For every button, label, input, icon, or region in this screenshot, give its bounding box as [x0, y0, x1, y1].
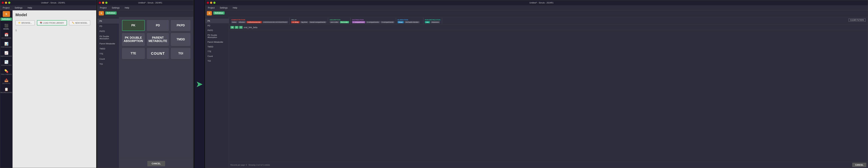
- model-card-pd[interactable]: PD: [147, 20, 169, 31]
- clear-filters-button[interactable]: CLEAR FILTERS: [848, 19, 866, 22]
- menu-settings-3[interactable]: Settings: [219, 6, 228, 9]
- search-input-w3[interactable]: [244, 26, 866, 29]
- menu-settings-1[interactable]: Settings: [13, 6, 24, 9]
- chip-oral-extravascular[interactable]: oral/extravascular: [247, 21, 262, 23]
- w3-sidebar-pkpd[interactable]: PKPD: [205, 28, 229, 33]
- window-1: Untitled* - Simuls - 2024R1 Project Sett…: [0, 0, 96, 168]
- chip-1-compartment[interactable]: 1 compartment: [352, 21, 365, 23]
- w2-sidebar-parent[interactable]: Parent Metabolite: [97, 41, 119, 46]
- w2-sidebar-tgi[interactable]: TGI: [97, 62, 119, 67]
- w3-sidebar-tte[interactable]: TTE: [205, 49, 229, 54]
- def-tab-3[interactable]: Definition: [213, 11, 225, 14]
- sidebar-item-regressors[interactable]: 📋 REGRESSORS: [0, 86, 12, 95]
- sidebar-item-indiv-params[interactable]: 📈 INDIV.PARAMS: [0, 49, 12, 59]
- minimize-btn-2[interactable]: [102, 2, 104, 4]
- regressors-icon: 📋: [4, 87, 8, 91]
- chip-3-compartments[interactable]: 3 compartments: [381, 21, 395, 23]
- model-card-count[interactable]: COUNT: [147, 48, 169, 59]
- chip-bolus[interactable]: bolus: [231, 21, 237, 23]
- chip-2-compartments[interactable]: 2 compartments: [366, 21, 380, 23]
- sidebar-item-occasions[interactable]: 📅 OCCASIONS: [0, 31, 12, 40]
- w3-sidebar-count[interactable]: Count: [205, 54, 229, 59]
- model-card-tte[interactable]: TTE: [122, 48, 145, 59]
- def-tab-2[interactable]: Definition: [105, 11, 117, 14]
- w3-sidebar-pk[interactable]: PK: [205, 19, 229, 23]
- w3-sidebar-tmdd[interactable]: TMDD: [205, 44, 229, 49]
- sidebar-item-covariates[interactable]: 📉 COVARIATES: [0, 59, 12, 68]
- chip-lag-time[interactable]: lag time: [300, 21, 308, 23]
- chip-michaelis[interactable]: Michaelis-Menten: [404, 21, 420, 23]
- outputs-icon: 📤: [4, 78, 8, 82]
- menu-help-2[interactable]: Help: [124, 6, 130, 9]
- chip-rate[interactable]: rate: [425, 21, 430, 23]
- load-from-library-button[interactable]: 📚 LOAD FROM LIBRARY: [37, 20, 67, 26]
- search-tag-d: D: [235, 26, 238, 29]
- menu-project-2[interactable]: Project: [99, 6, 108, 9]
- sidebar-label-indiv-params: INDIV.PARAMS: [1, 55, 12, 57]
- parametrization-label: Parametrization: [425, 19, 440, 21]
- sidebar-logo-3[interactable]: S: [207, 11, 212, 15]
- chip-zero-order[interactable]: zero order: [330, 21, 339, 23]
- chip-first-order[interactable]: first order: [340, 21, 349, 23]
- new-model-button[interactable]: ✏️ NEW MODEL: [69, 20, 90, 25]
- w3-table-area: [229, 30, 868, 162]
- w3-sidebar-parent[interactable]: Parent Metabolite: [205, 40, 229, 44]
- w3-sidebar-pd[interactable]: PD: [205, 23, 229, 28]
- close-btn-1[interactable]: [2, 2, 4, 4]
- maximize-btn-3[interactable]: [213, 2, 216, 4]
- model-title: Model: [12, 10, 96, 19]
- sidebar-item-outputs[interactable]: 📤 OUTPUTS: [0, 77, 12, 86]
- model-card-tgi[interactable]: TGI: [171, 48, 190, 59]
- chip-infusion[interactable]: infusion: [238, 21, 246, 23]
- w2-sidebar-pk-double[interactable]: PK Double Absorption: [97, 34, 119, 41]
- minimize-btn-3[interactable]: [210, 2, 212, 4]
- titlebar-title-2: Untitled* - Simuls - 2024R1: [108, 2, 192, 4]
- model-card-tmdd[interactable]: TMDD: [171, 33, 190, 46]
- model-card-parent-metabolite[interactable]: PARENT METABOLITE: [147, 33, 169, 46]
- sidebar-label-regressors: REGRESSORS: [1, 92, 12, 94]
- w2-sidebar-pd[interactable]: PD: [97, 24, 119, 29]
- chip-no-delay[interactable]: no delay: [291, 21, 300, 23]
- chip-oral-bolus[interactable]: oral/extravascular and bolus/infusion: [262, 21, 288, 23]
- w2-sidebar-tte[interactable]: TTE: [97, 51, 119, 56]
- filter-administration: Administration bolus infusion oral/extra…: [230, 18, 290, 24]
- search-tag-o: O: [239, 26, 243, 29]
- w2-sidebar-count[interactable]: Count: [97, 56, 119, 62]
- w2-sidebar-pk[interactable]: PK: [97, 19, 119, 24]
- w2-sidebar-pkpd[interactable]: PKPD: [97, 29, 119, 34]
- menu-settings-2[interactable]: Settings: [111, 6, 121, 9]
- w2-sidebar-tmdd[interactable]: TMDD: [97, 46, 119, 51]
- model-card-pk[interactable]: PK: [122, 20, 145, 31]
- records-value: 5: [246, 164, 247, 166]
- cancel-button-w3[interactable]: CANCEL: [852, 163, 866, 167]
- def-tab-1[interactable]: Definition: [1, 18, 12, 21]
- model-card-pkpd[interactable]: PKPD: [171, 20, 190, 31]
- cancel-button-w2[interactable]: CANCEL: [147, 161, 165, 166]
- menu-help-1[interactable]: Help: [27, 6, 33, 9]
- model-card-pk-double[interactable]: PK DOUBLE ABSORPTION: [122, 33, 145, 46]
- menu-project-1[interactable]: Project: [2, 6, 10, 9]
- delay-chips: no delay lag time transit compartments: [291, 21, 327, 23]
- sidebar-item-model[interactable]: ⬛ MODEL: [0, 22, 12, 31]
- menu-project-3[interactable]: Project: [207, 6, 216, 9]
- sidebar-item-pop-params[interactable]: 📊 POP.PARAMS: [0, 40, 12, 49]
- close-btn-3[interactable]: [207, 2, 209, 4]
- maximize-btn-1[interactable]: [8, 2, 10, 4]
- sidebar-logo-1[interactable]: S: [3, 11, 10, 17]
- titlebar-title-3: Untitled* - Simuls - 2024R1: [217, 2, 866, 4]
- chip-clearance[interactable]: clearance: [431, 21, 440, 23]
- chip-transit[interactable]: transit compartments: [309, 21, 327, 23]
- minimize-btn-1[interactable]: [5, 2, 7, 4]
- w3-sidebar-pk-double[interactable]: PK Double Absorption: [205, 33, 229, 40]
- maximize-btn-2[interactable]: [105, 2, 107, 4]
- sidebar-item-treatments[interactable]: 💊 TREATMENTS: [0, 68, 12, 77]
- browse-button[interactable]: 📁 BROWSE...: [16, 20, 35, 25]
- close-btn-2[interactable]: [99, 2, 101, 4]
- menu-help-3[interactable]: Help: [232, 6, 239, 9]
- sidebar-logo-2[interactable]: S: [99, 11, 104, 15]
- chip-linear[interactable]: linear: [398, 21, 404, 23]
- menubar-2: Project Settings Help: [97, 5, 193, 10]
- occasions-icon: 📅: [4, 33, 8, 37]
- distribution-label: Distribution: [352, 19, 395, 21]
- w3-sidebar-tgi[interactable]: TGI: [205, 59, 229, 63]
